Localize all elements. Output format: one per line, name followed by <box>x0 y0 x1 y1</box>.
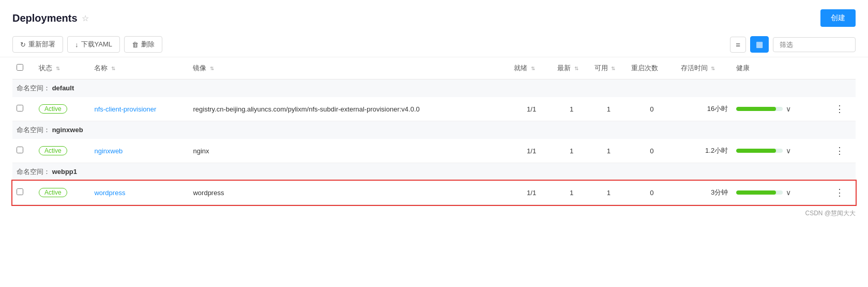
health-expand-icon[interactable]: ∨ <box>786 105 791 113</box>
health-expand-icon[interactable]: ∨ <box>786 188 791 197</box>
row-uptime-cell: 16小时 <box>677 97 732 121</box>
deployment-ready: 1/1 <box>527 189 536 197</box>
grid-view-button[interactable]: ▦ <box>750 36 769 53</box>
col-status-header: 状态 ⇅ <box>35 57 90 79</box>
health-progress-bar <box>736 107 783 111</box>
download-icon: ↓ <box>75 41 79 49</box>
deployment-available: 1 <box>607 189 611 197</box>
row-checkbox-cell <box>12 181 35 205</box>
row-restart-cell: 0 <box>627 139 677 163</box>
ready-sort-icon[interactable]: ⇅ <box>531 66 535 71</box>
delete-button[interactable]: 🗑 删除 <box>124 36 162 53</box>
row-latest-cell: 1 <box>553 181 590 205</box>
namespace-row: 命名空间： default <box>12 79 856 98</box>
row-available-cell: 1 <box>590 139 628 163</box>
footer-text: CSDN @慧闻大大 <box>805 209 856 218</box>
deployments-page: Deployments ☆ 创建 ↻ 重新部署 ↓ 下载YAML 🗑 删除 ≡ … <box>0 0 868 287</box>
header-left: Deployments ☆ <box>12 12 89 24</box>
row-checkbox[interactable] <box>17 188 23 195</box>
row-more-icon[interactable]: ⋮ <box>835 187 844 198</box>
health-expand-icon[interactable]: ∨ <box>786 147 791 155</box>
row-checkbox[interactable] <box>17 147 23 153</box>
available-sort-icon[interactable]: ⇅ <box>611 66 615 71</box>
col-latest-header: 最新 ⇅ <box>553 57 590 79</box>
deployment-ready: 1/1 <box>527 147 536 155</box>
image-sort-icon[interactable]: ⇅ <box>210 66 214 71</box>
health-progress-bar <box>736 190 783 195</box>
deployment-available: 1 <box>607 105 611 113</box>
table-header-row: 状态 ⇅ 名称 ⇅ 镜像 ⇅ 就绪 ⇅ <box>12 57 856 79</box>
deployment-uptime: 16小时 <box>707 105 728 113</box>
row-latest-cell: 1 <box>553 139 590 163</box>
refresh-icon: ↻ <box>20 41 26 49</box>
col-checkbox <box>12 57 35 79</box>
footer: CSDN @慧闻大大 <box>0 205 868 222</box>
create-button[interactable]: 创建 <box>820 9 856 27</box>
header: Deployments ☆ 创建 <box>0 0 868 32</box>
health-progress-fill <box>736 107 776 111</box>
list-view-button[interactable]: ≡ <box>730 37 746 53</box>
namespace-row: 命名空间： nginxweb <box>12 121 856 139</box>
row-available-cell: 1 <box>590 181 628 205</box>
delete-icon: 🗑 <box>132 41 139 49</box>
col-actions-header <box>831 57 856 79</box>
filter-input[interactable] <box>773 37 856 52</box>
download-yaml-button[interactable]: ↓ 下载YAML <box>67 36 120 53</box>
namespace-label: 命名空间： default <box>12 79 856 98</box>
star-icon[interactable]: ☆ <box>82 13 89 23</box>
row-name-cell: wordpress <box>90 181 189 205</box>
toolbar-right: ≡ ▦ <box>730 36 856 53</box>
deployment-name-link[interactable]: nfs-client-provisioner <box>94 105 156 113</box>
row-status-cell: Active <box>35 97 90 121</box>
row-ready-cell: 1/1 <box>510 139 553 163</box>
health-bar-wrap: ∨ <box>736 147 791 155</box>
status-sort-icon[interactable]: ⇅ <box>56 66 60 71</box>
col-name-header: 名称 ⇅ <box>90 57 189 79</box>
col-health-header: 健康 <box>732 57 831 79</box>
row-health-cell: ∨ <box>732 139 831 163</box>
deployment-ready: 1/1 <box>527 105 536 113</box>
row-ready-cell: 1/1 <box>510 181 553 205</box>
redeploy-button[interactable]: ↻ 重新部署 <box>12 36 63 53</box>
select-all-checkbox[interactable] <box>17 64 23 71</box>
row-actions-cell: ⋮ <box>831 181 856 205</box>
status-badge: Active <box>39 104 67 114</box>
delete-label: 删除 <box>141 40 155 49</box>
namespace-row: 命名空间： webpp1 <box>12 163 856 181</box>
deployments-table: 状态 ⇅ 名称 ⇅ 镜像 ⇅ 就绪 ⇅ <box>12 57 856 205</box>
name-sort-icon[interactable]: ⇅ <box>111 66 115 71</box>
row-restart-cell: 0 <box>627 181 677 205</box>
deployment-latest: 1 <box>570 189 573 197</box>
row-name-cell: nginxweb <box>90 139 189 163</box>
deployment-latest: 1 <box>570 147 573 155</box>
health-progress-bar <box>736 149 783 153</box>
health-progress-fill <box>736 149 776 153</box>
deployment-name-link[interactable]: nginxweb <box>94 147 123 155</box>
deployment-image: wordpress <box>193 189 224 197</box>
table-row: Active nginxweb nginx 1/1 1 1 0 1.2小时 <box>12 139 856 163</box>
deployment-restart: 0 <box>650 189 653 197</box>
row-checkbox[interactable] <box>17 105 23 111</box>
latest-sort-icon[interactable]: ⇅ <box>574 66 578 71</box>
row-uptime-cell: 1.2小时 <box>677 139 732 163</box>
row-checkbox-cell <box>12 139 35 163</box>
status-badge: Active <box>39 146 67 155</box>
uptime-sort-icon[interactable]: ⇅ <box>711 66 715 71</box>
deployment-restart: 0 <box>650 147 653 155</box>
table-body: 命名空间： default Active nfs-client-provisio… <box>12 79 856 205</box>
row-latest-cell: 1 <box>553 97 590 121</box>
download-yaml-label: 下载YAML <box>81 40 112 49</box>
row-health-cell: ∨ <box>732 97 831 121</box>
health-bar-wrap: ∨ <box>736 105 791 113</box>
namespace-label: 命名空间： webpp1 <box>12 163 856 181</box>
deployment-name-link[interactable]: wordpress <box>94 189 125 197</box>
row-name-cell: nfs-client-provisioner <box>90 97 189 121</box>
health-bar-wrap: ∨ <box>736 188 791 197</box>
row-more-icon[interactable]: ⋮ <box>835 104 844 114</box>
toolbar-left: ↻ 重新部署 ↓ 下载YAML 🗑 删除 <box>12 36 162 53</box>
table-row: Active nfs-client-provisioner registry.c… <box>12 97 856 121</box>
row-more-icon[interactable]: ⋮ <box>835 146 844 156</box>
table-container: 状态 ⇅ 名称 ⇅ 镜像 ⇅ 就绪 ⇅ <box>0 57 868 205</box>
status-badge: Active <box>39 188 67 197</box>
col-uptime-header: 存活时间 ⇅ <box>677 57 732 79</box>
